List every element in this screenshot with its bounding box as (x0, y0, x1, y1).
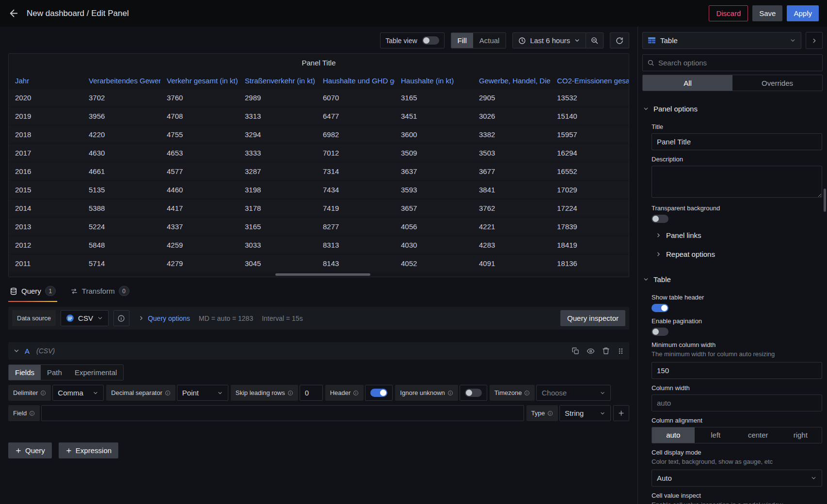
options-search (642, 54, 823, 71)
refresh-button[interactable] (610, 32, 629, 48)
column-header[interactable]: Jahr (9, 72, 82, 89)
add-field-button[interactable] (613, 405, 629, 421)
field-type-select[interactable]: String (559, 405, 611, 421)
decimal-separator-select[interactable]: Point (177, 385, 228, 401)
csv-tab-path[interactable]: Path (41, 365, 68, 380)
sidebar-scrollbar[interactable] (824, 189, 826, 212)
transparent-background-toggle[interactable] (652, 215, 668, 223)
ignore-unknown-toggle[interactable] (465, 389, 482, 397)
datasource-picker[interactable]: CSV (61, 310, 109, 326)
datasource-help-button[interactable] (113, 310, 129, 326)
table-row: 201746304653333370123509350316294 (9, 144, 629, 162)
show-table-header-toggle[interactable] (652, 304, 668, 312)
timezone-field: Timezone Choose (490, 385, 611, 401)
column-header[interactable]: Haushalte (in kt) (395, 72, 473, 89)
table-cell: 2905 (473, 89, 551, 107)
options-tab-overrides[interactable]: Overrides (732, 75, 822, 91)
column-header[interactable]: Straßenverkehr (in kt) (239, 72, 317, 89)
actual-option-button[interactable]: Actual (473, 33, 506, 48)
tab-transform[interactable]: Transform 0 (69, 281, 131, 302)
column-header[interactable]: CO2-Emissionen gesar (551, 72, 629, 89)
table-row: 201646614577328773143637367716552 (9, 162, 629, 181)
align-option-left[interactable]: left (695, 427, 737, 443)
info-icon (547, 410, 553, 416)
column-header[interactable]: Verarbeitendes Gewerl (82, 72, 160, 89)
skip-rows-field: Skip leading rows (231, 385, 323, 401)
add-query-button[interactable]: Query (8, 442, 52, 458)
table-cell: 3657 (395, 199, 473, 218)
cell-display-mode-label: Cell display mode (652, 449, 822, 456)
decimal-separator-label: Decimal separator (111, 389, 162, 396)
table-cell: 4279 (160, 254, 239, 273)
column-header[interactable]: Gewerbe, Handel, Dien (473, 72, 551, 89)
add-actions-row: Query Expression (8, 442, 629, 458)
query-options-toggle[interactable]: Query options (138, 315, 190, 322)
panel-title-input[interactable] (652, 133, 822, 150)
tab-query[interactable]: Query 1 (8, 281, 57, 302)
column-width-input[interactable] (652, 394, 822, 411)
repeat-options-section[interactable]: Repeat options (655, 245, 822, 264)
discard-button[interactable]: Discard (709, 5, 748, 21)
panel-options-section-header[interactable]: Panel options (643, 99, 822, 118)
table-cell: 16552 (551, 162, 629, 181)
back-button[interactable] (8, 8, 19, 19)
hide-query-button[interactable] (587, 347, 595, 355)
delete-query-button[interactable] (602, 347, 610, 355)
panel-links-section[interactable]: Panel links (655, 226, 822, 245)
table-cell: 4052 (395, 254, 473, 273)
options-tab-all[interactable]: All (643, 75, 732, 91)
copy-icon (572, 347, 579, 355)
align-option-center[interactable]: center (737, 427, 779, 443)
align-option-right[interactable]: right (779, 427, 822, 443)
table-view-toggle[interactable] (422, 36, 439, 45)
drag-handle[interactable] (617, 347, 624, 355)
fill-option-button[interactable]: Fill (451, 33, 473, 48)
field-name-input[interactable] (41, 405, 524, 421)
ignore-unknown-field: Ignore unknown (395, 385, 487, 401)
column-header[interactable]: Haushalte und GHD ge (317, 72, 395, 89)
query-editor-header[interactable]: A (CSV) (8, 342, 629, 360)
min-column-width-input[interactable] (652, 362, 822, 379)
duplicate-query-button[interactable] (572, 347, 579, 355)
table-cell: 8277 (317, 218, 395, 236)
options-search-input[interactable] (658, 59, 818, 67)
time-range-picker[interactable]: Last 6 hours (512, 32, 586, 48)
panel-table-body: 2020370237602989607031652905135322019395… (9, 89, 629, 273)
csv-tab-experimental[interactable]: Experimental (68, 365, 124, 380)
column-header[interactable]: Verkehr gesamt (in kt) (160, 72, 239, 89)
zoom-out-button[interactable] (586, 32, 604, 48)
panel-title[interactable]: Panel Title (9, 54, 629, 72)
csv-tab-fields[interactable]: Fields (9, 365, 41, 380)
table-row: 202037023760298960703165290513532 (9, 89, 629, 107)
save-button[interactable]: Save (752, 5, 782, 21)
table-cell: 3382 (473, 126, 551, 144)
visualization-picker[interactable]: Table (642, 32, 801, 49)
align-option-auto[interactable]: auto (652, 427, 695, 443)
table-cell: 2019 (9, 107, 82, 126)
query-inspector-button[interactable]: Query inspector (560, 310, 625, 326)
page-title: New dashboard / Edit Panel (27, 9, 129, 18)
table-section-header[interactable]: Table (643, 269, 822, 288)
csv-field-row: Field Type String (8, 405, 629, 421)
apply-button[interactable]: Apply (787, 5, 819, 21)
panel-table: JahrVerarbeitendes GewerlVerkehr gesamt … (9, 72, 629, 273)
cell-display-mode-select[interactable]: Auto (652, 470, 822, 487)
query-editor-actions (572, 347, 624, 355)
table-cell: 4283 (473, 236, 551, 254)
chevron-down-icon (643, 106, 649, 112)
query-options-md: MD = auto = 1283 (199, 315, 253, 322)
skip-rows-input[interactable] (300, 385, 323, 401)
description-input[interactable] (652, 166, 822, 198)
enable-pagination-toggle[interactable] (652, 328, 668, 336)
viz-picker-row: Table (638, 27, 827, 51)
type-label: Type (531, 410, 545, 417)
delimiter-select[interactable]: Comma (52, 385, 104, 401)
table-cell: 4755 (160, 126, 239, 144)
add-expression-button[interactable]: Expression (59, 442, 118, 458)
collapse-options-pane-button[interactable] (806, 32, 823, 49)
header-toggle[interactable] (370, 389, 387, 397)
options-sidebar: Table All Overrides (637, 27, 827, 504)
timezone-select[interactable]: Choose (536, 385, 611, 401)
table-horizontal-scrollbar[interactable] (275, 273, 370, 276)
chevron-down-icon (13, 347, 20, 354)
